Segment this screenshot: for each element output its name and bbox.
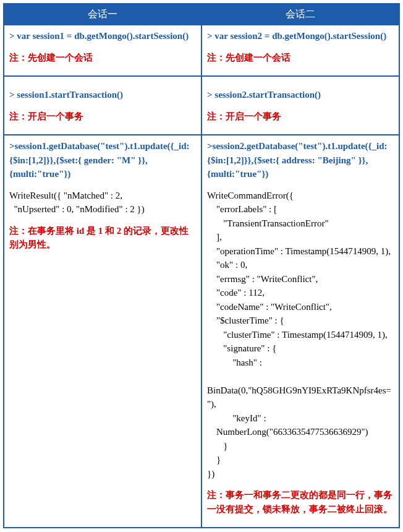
- note-text: 注：事务一和事务二更改的都是同一行，事务一没有提交，锁未释放，事务二被终止回滚。: [207, 488, 394, 516]
- cell-r3c2: >session2.getDatabase("test").t1.update(…: [202, 135, 399, 528]
- note-text: 注：开启一个事务: [207, 109, 394, 124]
- command-text: >session2.getDatabase("test").t1.update(…: [207, 139, 394, 181]
- note-text: 注：先创建一个会话: [9, 51, 196, 65]
- command-text: > var session2 = db.getMongo().startSess…: [207, 29, 394, 43]
- command-text: > var session1 = db.getMongo().startSess…: [9, 29, 196, 43]
- output-text: WriteResult({ "nMatched" : 2, "nUpserted…: [9, 189, 196, 217]
- note-text: 注：开启一个事务: [9, 109, 196, 124]
- table-row: >session1.getDatabase("test").t1.update(…: [4, 135, 399, 528]
- command-text: > session1.startTransaction(): [9, 88, 196, 102]
- output-text: WriteCommandError({ "errorLabels" : [ "T…: [207, 189, 394, 481]
- command-text: >session1.getDatabase("test").t1.update(…: [9, 139, 196, 181]
- cell-r1c2: > var session2 = db.getMongo().startSess…: [202, 25, 399, 76]
- cell-r3c1: >session1.getDatabase("test").t1.update(…: [4, 135, 202, 528]
- command-text: > session2.startTransaction(): [207, 88, 394, 102]
- note-text: 注：在事务里将 id 是 1 和 2 的记录，更改性别为男性。: [9, 224, 196, 252]
- cell-r2c1: > session1.startTransaction() 注：开启一个事务: [4, 76, 202, 135]
- table-row: > session1.startTransaction() 注：开启一个事务 >…: [4, 76, 399, 135]
- note-text: 注：先创建一个会话: [207, 51, 394, 65]
- header-session-2: 会话二: [202, 4, 399, 25]
- session-comparison-table: 会话一 会话二 > var session1 = db.getMongo().s…: [3, 3, 400, 528]
- header-session-1: 会话一: [4, 4, 202, 25]
- cell-r1c1: > var session1 = db.getMongo().startSess…: [4, 25, 202, 76]
- table-row: > var session1 = db.getMongo().startSess…: [4, 25, 399, 76]
- cell-r2c2: > session2.startTransaction() 注：开启一个事务: [202, 76, 399, 135]
